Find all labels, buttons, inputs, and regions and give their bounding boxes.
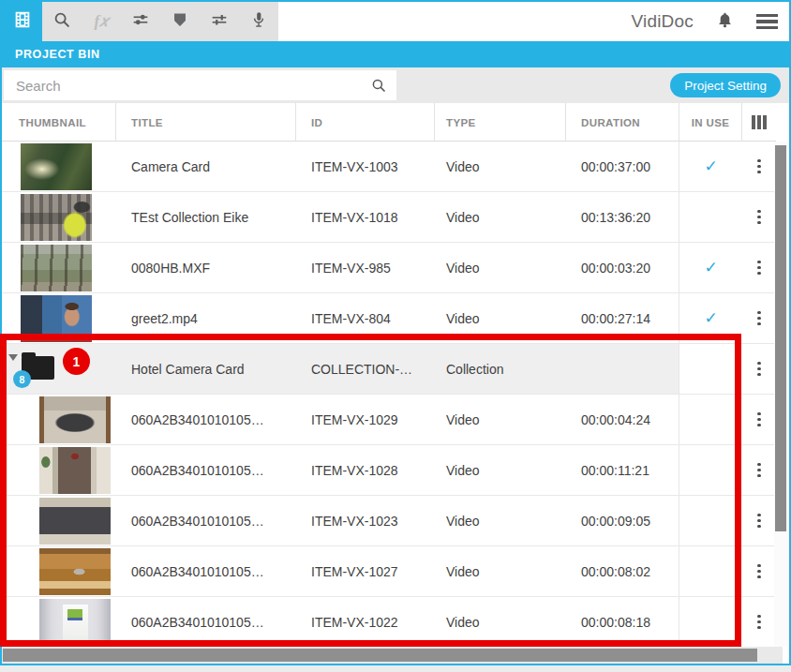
- row-title: 060A2B3401010105…: [131, 615, 264, 630]
- row-title: Hotel Camera Card: [131, 362, 245, 377]
- table-header: THUMBNAIL TITLE ID TYPE DURATION IN USE: [2, 103, 776, 142]
- thumbnail-image[interactable]: [39, 396, 111, 443]
- row-title: Camera Card: [131, 159, 210, 174]
- fx-effects-icon: f𝑥: [94, 12, 108, 31]
- row-kebab-menu-icon[interactable]: [754, 407, 765, 433]
- table-row[interactable]: 060A2B3401010105… ITEM-VX-1027 Video 00:…: [2, 546, 776, 597]
- in-use-check-icon: ✓: [704, 258, 717, 277]
- column-header-thumbnail[interactable]: THUMBNAIL: [2, 103, 116, 142]
- thumbnail-image[interactable]: [39, 498, 111, 545]
- thumbnail-cell: [2, 293, 116, 343]
- row-title: 060A2B3401010105…: [131, 412, 264, 427]
- microphone-icon: [248, 9, 269, 34]
- search-submit-icon[interactable]: [370, 77, 387, 97]
- table-row[interactable]: 0080HB.MXF ITEM-VX-985 Video 00:00:03:20…: [2, 243, 776, 293]
- thumbnail-cell: [2, 243, 116, 292]
- row-title: 060A2B3401010105…: [131, 564, 264, 579]
- row-duration: 00:00:04:24: [581, 412, 650, 427]
- row-type: Video: [446, 412, 480, 427]
- thumbnail-image[interactable]: [21, 245, 92, 291]
- row-duration: 00:00:09:05: [581, 514, 650, 529]
- row-kebab-menu-icon[interactable]: [754, 559, 765, 585]
- horizontal-scrollbar[interactable]: [2, 647, 783, 664]
- row-duration: 00:00:11:21: [581, 463, 649, 478]
- table-body: Camera Card ITEM-VX-1003 Video 00:00:37:…: [2, 142, 776, 647]
- column-header-id[interactable]: ID: [296, 103, 435, 142]
- thumbnail-cell: [2, 597, 116, 647]
- row-kebab-menu-icon[interactable]: [754, 154, 765, 180]
- row-duration: 00:13:36:20: [581, 210, 650, 225]
- row-kebab-menu-icon[interactable]: [754, 255, 765, 281]
- row-kebab-menu-icon[interactable]: [754, 609, 765, 635]
- row-kebab-menu-icon[interactable]: [754, 508, 765, 534]
- tab-effects[interactable]: f𝑥: [82, 2, 121, 41]
- horizontal-scrollbar-thumb[interactable]: [3, 649, 757, 662]
- thumbnail-image[interactable]: [39, 447, 111, 494]
- table-row[interactable]: 060A2B3401010105… ITEM-VX-1029 Video 00:…: [2, 395, 776, 445]
- row-type: Video: [446, 159, 480, 174]
- row-type: Collection: [446, 362, 503, 377]
- row-type: Video: [446, 514, 480, 529]
- tab-project-bin[interactable]: [2, 2, 42, 41]
- search-icon: [52, 9, 72, 34]
- column-settings-button[interactable]: [742, 103, 776, 142]
- in-use-check-icon: ✓: [704, 308, 717, 328]
- table-row[interactable]: 060A2B3401010105… ITEM-VX-1028 Video 00:…: [2, 445, 776, 496]
- column-header-type[interactable]: TYPE: [435, 103, 566, 142]
- row-kebab-menu-icon[interactable]: [754, 356, 765, 382]
- table-row[interactable]: 060A2B3401010105… ITEM-VX-1023 Video 00:…: [2, 496, 776, 546]
- app-title: VidiDoc: [631, 11, 694, 32]
- table-row[interactable]: Camera Card ITEM-VX-1003 Video 00:00:37:…: [2, 142, 776, 192]
- tab-search[interactable]: [42, 2, 82, 41]
- project-setting-button[interactable]: Project Setting: [670, 73, 781, 97]
- menu-hamburger-icon[interactable]: [756, 14, 778, 30]
- vertical-scrollbar-thumb[interactable]: [775, 145, 786, 531]
- thumbnail-image[interactable]: [21, 295, 92, 342]
- toolbar-tabs: f𝑥: [2, 2, 278, 41]
- collection-icon-group: 8: [2, 344, 116, 395]
- table-row[interactable]: 8 Hotel Camera Card COLLECTION-… Collect…: [2, 344, 776, 395]
- row-kebab-menu-icon[interactable]: [754, 306, 765, 332]
- row-type: Video: [446, 615, 480, 630]
- row-id: ITEM-VX-1018: [311, 210, 398, 225]
- panel-title-bar: PROJECT BIN: [2, 41, 789, 67]
- thumbnail-cell: [2, 496, 116, 545]
- table-row[interactable]: 060A2B3401010105… ITEM-VX-1022 Video 00:…: [2, 597, 776, 647]
- table-row[interactable]: greet2.mp4 ITEM-VX-804 Video 00:00:27:14…: [2, 293, 776, 344]
- thumbnail-image[interactable]: [21, 194, 92, 241]
- row-id: ITEM-VX-1023: [311, 514, 398, 529]
- row-kebab-menu-icon[interactable]: [754, 204, 765, 231]
- row-type: Video: [446, 210, 480, 225]
- row-duration: 00:00:03:20: [581, 261, 650, 276]
- tab-microphone[interactable]: [239, 2, 278, 41]
- collapse-caret-icon[interactable]: [8, 354, 18, 361]
- search-input[interactable]: [4, 70, 396, 100]
- column-header-title[interactable]: TITLE: [116, 103, 296, 142]
- row-id: ITEM-VX-1028: [311, 463, 398, 478]
- column-header-duration[interactable]: DURATION: [566, 103, 679, 142]
- row-id: ITEM-VX-1022: [311, 615, 398, 630]
- thumbnail-cell: [2, 142, 116, 191]
- thumbnail-cell: [2, 192, 116, 242]
- thumbnail-image[interactable]: [21, 143, 92, 190]
- table-row[interactable]: TEst Collection Eike ITEM-VX-1018 Video …: [2, 192, 776, 243]
- row-title: 060A2B3401010105…: [131, 463, 264, 478]
- thumbnail-image[interactable]: [39, 548, 111, 595]
- row-title: 060A2B3401010105…: [131, 514, 264, 529]
- column-header-in-use[interactable]: IN USE: [679, 103, 742, 142]
- thumbnail-image[interactable]: [39, 599, 111, 646]
- tab-adjust[interactable]: [200, 2, 239, 41]
- thumbnail-cell: 8: [2, 344, 116, 394]
- row-title: TEst Collection Eike: [131, 210, 248, 225]
- tab-shield[interactable]: [160, 2, 200, 41]
- row-id: ITEM-VX-1003: [311, 159, 398, 174]
- panel-title: PROJECT BIN: [15, 48, 100, 61]
- row-title: 0080HB.MXF: [131, 261, 210, 276]
- row-kebab-menu-icon[interactable]: [754, 457, 765, 484]
- vertical-scrollbar[interactable]: [774, 142, 787, 647]
- row-id: ITEM-VX-1027: [311, 564, 398, 579]
- tab-tune[interactable]: [121, 2, 160, 41]
- tune-sliders-icon: [130, 9, 151, 34]
- row-type: Video: [446, 463, 480, 478]
- notifications-bell-icon[interactable]: [714, 9, 736, 35]
